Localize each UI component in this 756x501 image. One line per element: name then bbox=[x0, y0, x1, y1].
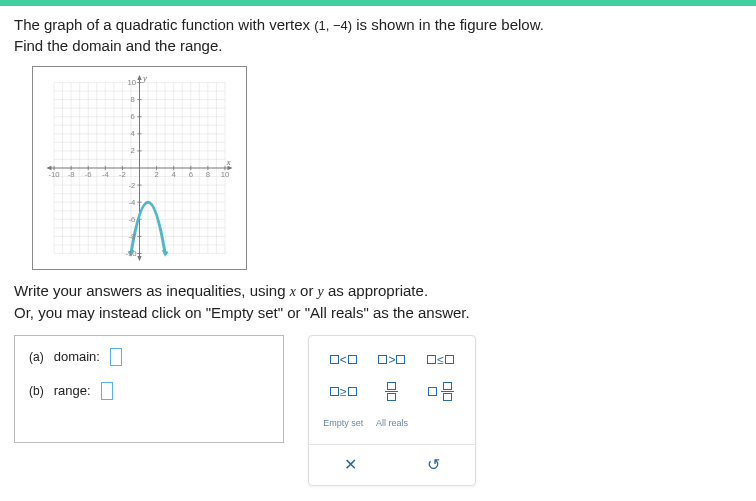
part-b-label: (b) bbox=[29, 384, 44, 398]
answer-line-b: (b) range: bbox=[29, 382, 269, 400]
svg-text:-4: -4 bbox=[128, 198, 136, 207]
domain-input[interactable] bbox=[110, 348, 122, 366]
svg-text:y: y bbox=[142, 74, 147, 83]
gt-symbol: > bbox=[388, 353, 395, 367]
instr-2: Or, you may instead click on "Empty set"… bbox=[14, 304, 470, 321]
all-reals-button[interactable]: All reals bbox=[370, 411, 414, 437]
svg-text:6: 6 bbox=[189, 171, 193, 180]
quadratic-graph: -10-8-6 -4-2 246 810 -10-8-6 -4-2 246 81… bbox=[40, 74, 239, 262]
lt-symbol: < bbox=[340, 353, 347, 367]
answer-line-a: (a) domain: bbox=[29, 348, 269, 366]
empty-set-button[interactable]: Empty set bbox=[321, 411, 365, 437]
svg-text:2: 2 bbox=[154, 171, 158, 180]
svg-text:2: 2 bbox=[131, 147, 135, 156]
svg-marker-44 bbox=[137, 75, 141, 80]
svg-text:-2: -2 bbox=[128, 181, 135, 190]
less-than-button[interactable]: < bbox=[321, 347, 365, 373]
problem-content: The graph of a quadratic function with v… bbox=[0, 6, 756, 500]
part-a-label: (a) bbox=[29, 350, 44, 364]
svg-text:-6: -6 bbox=[85, 171, 92, 180]
x-icon: ✕ bbox=[344, 455, 357, 474]
problem-line2: Find the domain and the range. bbox=[14, 37, 222, 54]
graph-frame: -10-8-6 -4-2 246 810 -10-8-6 -4-2 246 81… bbox=[32, 66, 247, 270]
svg-text:10: 10 bbox=[221, 171, 230, 180]
range-label: range: bbox=[54, 383, 91, 398]
problem-line1a: The graph of a quadratic function with v… bbox=[14, 16, 314, 33]
instr-1a: Write your answers as inequalities, usin… bbox=[14, 282, 290, 299]
svg-text:x: x bbox=[226, 157, 231, 167]
toolbox-actions: ✕ ↺ bbox=[309, 444, 475, 485]
svg-text:10: 10 bbox=[128, 78, 137, 87]
vertex-value: (1, −4) bbox=[314, 18, 352, 33]
instr-1b: or bbox=[296, 282, 318, 299]
svg-text:6: 6 bbox=[131, 112, 135, 121]
problem-line1b: is shown in the figure below. bbox=[352, 16, 544, 33]
ge-symbol: ≥ bbox=[340, 385, 347, 399]
svg-text:-10: -10 bbox=[125, 249, 136, 258]
mixed-fraction-button[interactable] bbox=[419, 379, 463, 405]
svg-text:-2: -2 bbox=[119, 171, 126, 180]
svg-marker-45 bbox=[137, 256, 141, 261]
svg-text:-4: -4 bbox=[102, 171, 110, 180]
greater-than-button[interactable]: > bbox=[370, 347, 414, 373]
reset-button[interactable]: ↺ bbox=[404, 451, 464, 479]
svg-text:-8: -8 bbox=[128, 232, 135, 241]
le-symbol: ≤ bbox=[437, 353, 444, 367]
problem-statement: The graph of a quadratic function with v… bbox=[14, 14, 742, 56]
clear-button[interactable]: ✕ bbox=[321, 451, 381, 479]
instr-1c: as appropriate. bbox=[324, 282, 428, 299]
svg-text:8: 8 bbox=[131, 95, 135, 104]
graph-container: -10-8-6 -4-2 246 810 -10-8-6 -4-2 246 81… bbox=[32, 66, 742, 270]
less-equal-button[interactable]: ≤ bbox=[419, 347, 463, 373]
answer-area: (a) domain: (b) range: < > ≤ ≥ Em bbox=[14, 335, 742, 486]
greater-equal-button[interactable]: ≥ bbox=[321, 379, 365, 405]
svg-text:-6: -6 bbox=[128, 215, 135, 224]
answer-box: (a) domain: (b) range: bbox=[14, 335, 284, 443]
svg-text:-10: -10 bbox=[48, 171, 59, 180]
instructions: Write your answers as inequalities, usin… bbox=[14, 280, 742, 323]
svg-text:8: 8 bbox=[206, 171, 210, 180]
svg-text:4: 4 bbox=[172, 171, 177, 180]
fraction-button[interactable] bbox=[370, 379, 414, 405]
svg-text:4: 4 bbox=[131, 130, 136, 139]
svg-text:-8: -8 bbox=[68, 171, 75, 180]
undo-icon: ↺ bbox=[427, 455, 440, 474]
range-input[interactable] bbox=[101, 382, 113, 400]
domain-label: domain: bbox=[54, 349, 100, 364]
symbol-toolbox: < > ≤ ≥ Empty set All reals ✕ ↺ bbox=[308, 335, 476, 486]
